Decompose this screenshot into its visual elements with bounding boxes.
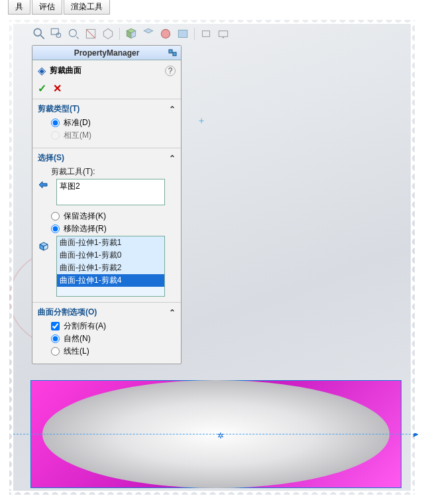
radio-linear[interactable] bbox=[51, 347, 60, 356]
selection-section: 选择(S)⌃ 剪裁工具(T): 草图2 保留选择(K) 移除选择(R) 曲面-拉… bbox=[32, 148, 181, 302]
toolbar-separator-2 bbox=[194, 28, 195, 40]
pin-icon[interactable] bbox=[168, 48, 178, 58]
top-tabs: 具 评估 渲染工具 bbox=[0, 0, 424, 15]
svg-rect-8 bbox=[203, 31, 210, 37]
svg-point-0 bbox=[34, 28, 41, 36]
radio-remove[interactable] bbox=[51, 225, 60, 233]
help-icon[interactable]: ? bbox=[165, 66, 176, 76]
trim-type-section: 剪裁类型(T)⌃ 标准(D) 相互(M) bbox=[32, 99, 181, 148]
radio-natural[interactable] bbox=[51, 334, 60, 343]
zoom-previous-icon[interactable] bbox=[66, 26, 81, 41]
origin-marker-icon: ✲ bbox=[217, 431, 223, 436]
toolbar-separator bbox=[119, 28, 120, 40]
pm-titlebar: PropertyManager bbox=[32, 46, 181, 60]
svg-rect-10 bbox=[223, 36, 224, 38]
check-split-all-row[interactable]: 分割所有(A) bbox=[51, 321, 176, 332]
list-item[interactable]: 曲面-拉伸1-剪裁0 bbox=[57, 249, 164, 262]
radio-standard-row[interactable]: 标准(D) bbox=[51, 117, 176, 128]
cursor-crosshair-icon: + bbox=[199, 115, 204, 126]
chevron-up-icon-2[interactable]: ⌃ bbox=[169, 154, 176, 163]
hide-show-icon[interactable] bbox=[141, 26, 156, 41]
svg-rect-11 bbox=[169, 50, 172, 53]
radio-keep[interactable] bbox=[51, 212, 60, 221]
svg-rect-9 bbox=[219, 31, 227, 37]
view-settings-icon[interactable] bbox=[199, 26, 213, 41]
radio-mutual bbox=[51, 131, 60, 140]
svg-rect-12 bbox=[173, 52, 176, 56]
trim-surface-icon: ◈ bbox=[38, 64, 46, 77]
radio-mutual-row[interactable]: 相互(M) bbox=[51, 130, 176, 141]
edit-appearance-icon[interactable] bbox=[158, 26, 173, 41]
tab-render-tools[interactable]: 渲染工具 bbox=[64, 0, 110, 15]
svg-line-1 bbox=[40, 35, 44, 39]
remove-selection-list[interactable]: 曲面-拉伸1-剪裁1 曲面-拉伸1-剪裁0 曲面-拉伸1-剪裁2 曲面-拉伸1-… bbox=[56, 236, 165, 297]
selection-header: 选择(S) bbox=[38, 152, 64, 164]
ok-button[interactable]: ✓ bbox=[38, 82, 46, 95]
centerline-axis bbox=[13, 434, 417, 434]
tab-truncated[interactable]: 具 bbox=[8, 0, 30, 15]
trim-type-header: 剪裁类型(T) bbox=[38, 103, 80, 115]
apply-scene-icon[interactable] bbox=[176, 26, 190, 41]
confirm-row: ✓ ✕ bbox=[32, 81, 181, 99]
list-item[interactable]: 曲面-拉伸1-剪裁1 bbox=[57, 236, 164, 249]
check-split-all[interactable] bbox=[51, 322, 60, 330]
property-manager-panel: PropertyManager ◈ 剪裁曲面 ? ✓ ✕ 剪裁类型(T)⌃ 标准… bbox=[32, 45, 182, 364]
svg-point-6 bbox=[161, 29, 170, 38]
display-style-icon[interactable] bbox=[124, 26, 138, 41]
tab-evaluate[interactable]: 评估 bbox=[32, 0, 62, 15]
zoom-fit-icon[interactable] bbox=[32, 26, 46, 41]
split-options-header: 曲面分割选项(O) bbox=[38, 307, 97, 318]
list-item-selected[interactable]: 曲面-拉伸1-剪裁4 bbox=[57, 274, 164, 287]
feature-header: ◈ 剪裁曲面 ? bbox=[32, 60, 181, 81]
trim-tool-selection-box[interactable]: 草图2 bbox=[56, 179, 165, 205]
feature-name: 剪裁曲面 bbox=[50, 65, 81, 76]
list-empty-row bbox=[57, 287, 164, 296]
chevron-up-icon[interactable]: ⌃ bbox=[169, 105, 176, 114]
view-orientation-icon[interactable] bbox=[101, 26, 115, 41]
screen-capture-icon[interactable] bbox=[216, 26, 231, 41]
cancel-button[interactable]: ✕ bbox=[53, 82, 62, 95]
pm-title-text: PropertyManager bbox=[74, 48, 140, 58]
radio-remove-row[interactable]: 移除选择(R) bbox=[51, 223, 176, 234]
section-view-icon[interactable] bbox=[83, 26, 98, 41]
remove-list-callout-icon bbox=[38, 241, 50, 253]
trim-tool-callout-icon bbox=[38, 179, 50, 191]
list-item[interactable]: 曲面-拉伸1-剪裁2 bbox=[57, 262, 164, 274]
view-toolbar bbox=[32, 26, 231, 41]
zoom-area-icon[interactable] bbox=[49, 26, 64, 41]
radio-natural-row[interactable]: 自然(N) bbox=[51, 333, 176, 344]
chevron-up-icon-3[interactable]: ⌃ bbox=[169, 308, 176, 317]
radio-keep-row[interactable]: 保留选择(K) bbox=[51, 211, 176, 222]
trim-tool-label: 剪裁工具(T): bbox=[51, 166, 176, 177]
radio-standard[interactable] bbox=[51, 119, 60, 127]
split-options-section: 曲面分割选项(O)⌃ 分割所有(A) 自然(N) 线性(L) bbox=[32, 302, 181, 364]
svg-point-4 bbox=[69, 29, 76, 36]
radio-linear-row[interactable]: 线性(L) bbox=[51, 346, 176, 357]
svg-rect-7 bbox=[178, 30, 187, 38]
